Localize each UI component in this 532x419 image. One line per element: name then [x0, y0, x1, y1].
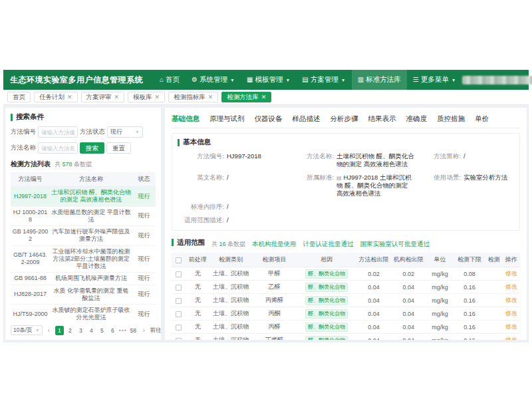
cell-pretreatment: 无: [186, 294, 210, 307]
method-list-row[interactable]: HJ828-2017 水质 化学需氧量的测定 重铬酸盐法 现行: [11, 285, 156, 305]
tab-task-plan[interactable]: 任务计划 ✕: [34, 92, 78, 102]
next-page-button[interactable]: ›: [140, 326, 148, 335]
col-unit: 单位: [426, 253, 454, 267]
nav-item-scheme[interactable]: ▤ 方案管理 ▼: [296, 70, 351, 90]
close-icon[interactable]: ✕: [155, 94, 160, 100]
tab-unit-price[interactable]: 单价: [475, 114, 489, 124]
search-button[interactable]: 搜索: [80, 142, 104, 154]
cell-category: 土壤、沉积物: [210, 334, 252, 340]
edit-link[interactable]: 修改: [505, 323, 517, 330]
tab-indicator-library[interactable]: 检测指标库 ✕: [168, 92, 218, 102]
row-checkbox[interactable]: [176, 325, 182, 331]
row-checkbox[interactable]: [176, 271, 182, 277]
page-number-button[interactable]: 4: [87, 326, 96, 335]
cell-method-name: 土壤和沉积物 醛、酮类化合物的测定 高效液相色谱法: [50, 187, 132, 207]
batch-use-link[interactable]: 本机构批量使用: [252, 240, 297, 249]
scope-count: 共 16 条数据: [211, 240, 245, 249]
method-status-select[interactable]: 现行 ▼: [107, 126, 143, 138]
tab-home[interactable]: 首页: [7, 92, 31, 102]
nav-item-more-menu[interactable]: ☰ 更多菜单 ▼: [407, 70, 462, 90]
prev-page-button[interactable]: ‹: [45, 326, 53, 335]
nav-item-system[interactable]: ⚙ 系统管理 ▼: [186, 70, 241, 90]
library-icon: ▥: [358, 76, 364, 83]
scope-table-row[interactable]: 无 土壤、沉积物 丙烯醛 醛、酮类化合物 0.04 0.04 mg/kg 0.1…: [172, 294, 520, 307]
tab-instruments[interactable]: 仪器设备: [255, 114, 283, 124]
cell-lower-limit: 0.16: [454, 281, 485, 294]
cell-method-detection-limit: 0.04: [356, 307, 391, 321]
method-name-input[interactable]: [38, 142, 78, 154]
page-size-select[interactable]: 10条/页 ▼: [11, 325, 43, 335]
field-value: ▤HJ997-2018 土壤和沉积物 醛、酮类化合物的测定 高效液相色谱法: [336, 174, 414, 198]
row-checkbox[interactable]: [176, 338, 182, 340]
scope-table-row[interactable]: 无 土壤、沉积物 乙醛 醛、酮类化合物 0.04 0.04 mg/kg 0.16…: [172, 281, 520, 294]
scope-table-row[interactable]: 无 土壤、沉积物 甲醛 醛、酮类化合物 0.02 0.02 mg/kg 0.08…: [172, 267, 520, 281]
chevron-down-icon: ▼: [285, 78, 290, 82]
last-page-button[interactable]: 58: [129, 326, 138, 335]
field-value: HJ997-2018: [227, 152, 261, 160]
app-title: 生态环境实验室多用户信息管理系统: [10, 74, 143, 86]
row-checkbox[interactable]: [176, 298, 182, 304]
compound-class-badge: 醛、酮类化合物: [305, 296, 348, 305]
cell-method-no: GB 1495-2002: [11, 226, 50, 246]
field-value: /: [464, 152, 466, 160]
page-number-button[interactable]: 3: [76, 326, 85, 335]
row-checkbox[interactable]: [176, 311, 182, 317]
cell-actions: 修改: [503, 334, 520, 340]
close-icon[interactable]: ✕: [114, 94, 120, 100]
scope-table-row[interactable]: 无 土壤、沉积物 丁烯醛 醛、酮类化合物 0.04 0.04 mg/kg 0.1…: [172, 334, 520, 340]
cell-item: 丙酮: [252, 307, 297, 321]
field-value: /: [227, 174, 229, 182]
page-number-button[interactable]: 1: [55, 326, 64, 335]
tab-basic-info[interactable]: 基础信息: [172, 114, 200, 124]
count-suffix: 条数据: [74, 161, 92, 168]
tab-principle-reagent[interactable]: 原理与试剂: [209, 114, 245, 124]
cell-method-no: GB/T 14643.2-2009: [11, 245, 50, 273]
edit-link[interactable]: 修改: [505, 283, 517, 290]
edit-link[interactable]: 修改: [505, 337, 517, 340]
method-list-row[interactable]: GB/T 14643.2-2009 工业循环冷却水中菌藻的检测方法第2部分:土壤…: [11, 245, 156, 273]
method-list: 方法编号 方法名称 状态 HJ997-2018 土壤和沉积物 醛、酮类化合物的测…: [11, 172, 156, 322]
tab-template-library[interactable]: 模板库 ✕: [128, 92, 165, 102]
scope-table-row[interactable]: 无 土壤、沉积物 丙酮 醛、酮类化合物 0.04 0.04 mg/kg 0.16…: [172, 307, 520, 321]
cell-detection: [485, 294, 503, 307]
compound-class-badge: 醛、酮类化合物: [305, 336, 348, 340]
close-icon[interactable]: ✕: [261, 94, 267, 100]
select-all-checkbox[interactable]: [176, 257, 182, 263]
method-no-input[interactable]: [38, 126, 78, 138]
page-number-button[interactable]: 5: [98, 326, 106, 335]
tab-result-expression[interactable]: 结果表示: [368, 114, 396, 124]
method-list-row[interactable]: GB 1495-2002 汽车加速行驶车外噪声限值及测量方法 现行: [11, 226, 156, 246]
nav-item-template[interactable]: ▦ 模板管理 ▼: [241, 70, 296, 90]
scope-table: 前处理 检测类别 检测项目 相因 方法检出限 机构检出限 单位 检测下限 检测 …: [172, 253, 520, 340]
tab-scheme-review[interactable]: 方案评审 ✕: [81, 92, 125, 102]
cell-pretreatment: 无: [186, 321, 210, 334]
cnas-batch-pass-link[interactable]: 国家实验室认可批量通过: [360, 240, 430, 249]
page-number-button[interactable]: 6: [108, 326, 117, 335]
tab-analysis-steps[interactable]: 分析步骤: [331, 114, 358, 124]
tab-label: 检测方法库: [227, 93, 259, 102]
tab-method-library[interactable]: 检测方法库 ✕: [221, 92, 271, 102]
row-checkbox[interactable]: [176, 285, 182, 291]
tab-accuracy[interactable]: 准确度: [406, 114, 428, 124]
nav-item-home[interactable]: ⌂ 首页: [154, 70, 186, 90]
page-number-button[interactable]: 2: [66, 326, 74, 335]
method-list-row[interactable]: HJ997-2018 土壤和沉积物 醛、酮类化合物的测定 高效液相色谱法 现行: [11, 187, 156, 207]
edit-link[interactable]: 修改: [505, 310, 517, 317]
close-icon[interactable]: ✕: [208, 94, 213, 100]
nav-item-standard-method-library[interactable]: ▥ 标准方法库: [352, 70, 407, 90]
reset-button[interactable]: 重置: [106, 142, 131, 154]
method-list-row[interactable]: GB 9661-88 机场周围飞机噪声测量方法 现行: [11, 273, 156, 285]
cell-unit: mg/kg: [426, 334, 454, 340]
edit-link[interactable]: 修改: [505, 270, 517, 277]
close-icon[interactable]: ✕: [67, 94, 72, 100]
method-list-row[interactable]: HJ 1000-2018 水质细菌总数的测定 平皿计数法 现行: [11, 206, 156, 226]
tab-qc-measures[interactable]: 质控措施: [437, 114, 465, 124]
edit-link[interactable]: 修改: [505, 297, 517, 303]
scope-table-row[interactable]: 无 土壤、沉积物 丙醛 醛、酮类化合物 0.04 0.04 mg/kg 0.16…: [172, 321, 520, 334]
metrology-batch-pass-link[interactable]: 计量认证批量通过: [303, 240, 354, 249]
tab-sample-description[interactable]: 样品描述: [293, 114, 321, 124]
method-list-row[interactable]: HJ/T59-2000 水质铍的测定石墨炉原子吸收分光光度法 现行: [11, 305, 156, 323]
cell-group: 醛、酮类化合物: [297, 321, 356, 334]
cell-org-detection-limit: 0.04: [391, 321, 426, 334]
scheme-icon: ▤: [302, 76, 308, 83]
